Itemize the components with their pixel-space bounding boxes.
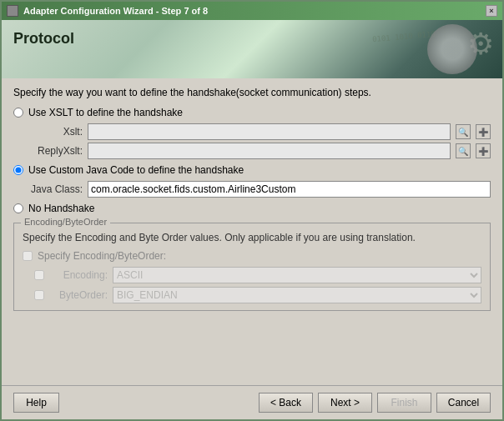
encoding-field-row: Encoding: ASCII <box>34 267 481 283</box>
xslt-radio-row: Use XSLT to define the handshake <box>13 107 491 118</box>
specify-encoding-checkbox[interactable] <box>23 251 33 261</box>
footer-right: < Back Next > Finish Cancel <box>259 393 491 413</box>
binary-decoration: 0101 1010 0110 <box>372 30 436 44</box>
byteorder-field-row: ByteOrder: BIG_ENDIAN <box>34 287 481 303</box>
close-button[interactable]: × <box>486 5 497 17</box>
xslt-label: Xslt: <box>28 126 83 138</box>
footer-left: Help <box>13 393 59 413</box>
xslt-radio[interactable] <box>13 108 23 118</box>
back-button[interactable]: < Back <box>259 393 313 413</box>
reply-xslt-input[interactable] <box>88 143 451 159</box>
java-class-input[interactable] <box>88 181 491 198</box>
xslt-search-button[interactable]: 🔍 <box>456 124 471 139</box>
no-handshake-radio[interactable] <box>13 203 23 213</box>
custom-java-radio-label: Use Custom Java Code to define the hands… <box>28 164 244 176</box>
encoding-section-title: Encoding/ByteOrder <box>21 217 110 227</box>
encoding-section: Encoding/ByteOrder Specify the Encoding … <box>13 223 491 311</box>
title-bar-icon <box>7 5 18 17</box>
help-button[interactable]: Help <box>13 393 59 413</box>
specify-encoding-row: Specify Encoding/ByteOrder: <box>23 250 481 262</box>
byteorder-checkbox[interactable] <box>34 290 44 300</box>
encoding-section-description: Specify the Encoding and Byte Order valu… <box>23 232 481 243</box>
footer: Help < Back Next > Finish Cancel <box>2 385 502 419</box>
page-title: Protocol <box>13 30 74 48</box>
content-area: Specify the way you want to define the h… <box>2 78 502 385</box>
finish-button[interactable]: Finish <box>377 393 431 413</box>
xslt-field-row: Xslt: 🔍 ➕ <box>28 123 491 140</box>
main-window: Adapter Configuration Wizard - Step 7 of… <box>0 0 504 421</box>
xslt-field-group: Xslt: 🔍 ➕ ReplyXslt: 🔍 ➕ <box>28 123 491 159</box>
reply-xslt-search-button[interactable]: 🔍 <box>456 143 471 158</box>
window-title: Adapter Configuration Wizard - Step 7 of… <box>23 6 481 16</box>
byteorder-label: ByteOrder: <box>49 289 108 301</box>
custom-java-radio-row: Use Custom Java Code to define the hands… <box>13 164 491 176</box>
main-description: Specify the way you want to define the h… <box>13 87 491 98</box>
xslt-add-button[interactable]: ➕ <box>476 124 491 139</box>
byteorder-select[interactable]: BIG_ENDIAN <box>113 287 481 303</box>
java-class-field-row: Java Class: <box>28 181 491 198</box>
java-class-field-group: Java Class: <box>28 181 491 198</box>
encoding-checkbox[interactable] <box>34 270 44 280</box>
header-area: Protocol 0101 1010 0110 ⚙ <box>2 20 502 78</box>
specify-encoding-label: Specify Encoding/ByteOrder: <box>38 250 166 262</box>
gear-icon: ⚙ <box>467 27 494 62</box>
xslt-input[interactable] <box>88 123 451 140</box>
title-bar: Adapter Configuration Wizard - Step 7 of… <box>2 2 502 20</box>
no-handshake-radio-row: No Handshake <box>13 203 491 214</box>
reply-xslt-add-button[interactable]: ➕ <box>476 143 491 158</box>
java-class-label: Java Class: <box>28 183 83 195</box>
next-button[interactable]: Next > <box>318 393 372 413</box>
reply-xslt-label: ReplyXslt: <box>28 145 83 157</box>
cancel-button[interactable]: Cancel <box>436 393 491 413</box>
encoding-label: Encoding: <box>49 269 108 281</box>
no-handshake-radio-label: No Handshake <box>28 203 94 214</box>
custom-java-radio[interactable] <box>13 165 23 175</box>
encoding-select[interactable]: ASCII <box>113 267 481 283</box>
reply-xslt-field-row: ReplyXslt: 🔍 ➕ <box>28 143 491 159</box>
xslt-radio-label: Use XSLT to define the handshake <box>28 107 183 118</box>
